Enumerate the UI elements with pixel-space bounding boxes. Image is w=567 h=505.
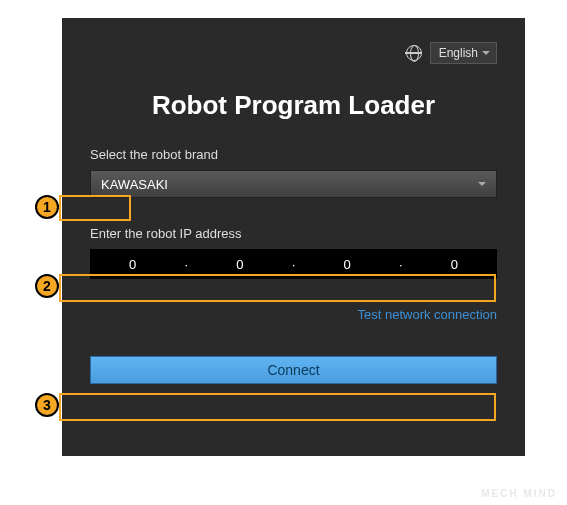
test-connection-link[interactable]: Test network connection [90, 307, 497, 322]
page-title: Robot Program Loader [90, 90, 497, 121]
chevron-down-icon [482, 51, 490, 55]
ip-dot: · [282, 250, 306, 278]
globe-icon [406, 45, 422, 61]
annotation-3: 3 [35, 393, 59, 417]
language-value: English [439, 46, 478, 60]
language-row: English [90, 42, 497, 64]
watermark: MECH MIND [481, 488, 557, 499]
ip-octet-3[interactable]: 0 [306, 250, 389, 278]
ip-dot: · [174, 250, 198, 278]
connect-button[interactable]: Connect [90, 356, 497, 384]
chevron-down-icon [478, 182, 486, 186]
annotation-2: 2 [35, 274, 59, 298]
ip-input-row: 0 · 0 · 0 · 0 [90, 249, 497, 279]
ip-octet-4[interactable]: 0 [413, 250, 496, 278]
brand-label: Select the robot brand [90, 147, 497, 162]
brand-value: KAWASAKI [101, 177, 168, 192]
annotation-1: 1 [35, 195, 59, 219]
language-select[interactable]: English [430, 42, 497, 64]
ip-dot: · [389, 250, 413, 278]
loader-panel: English Robot Program Loader Select the … [62, 18, 525, 456]
ip-octet-1[interactable]: 0 [91, 250, 174, 278]
ip-octet-2[interactable]: 0 [198, 250, 281, 278]
brand-select[interactable]: KAWASAKI [90, 170, 497, 198]
ip-label: Enter the robot IP address [90, 226, 497, 241]
